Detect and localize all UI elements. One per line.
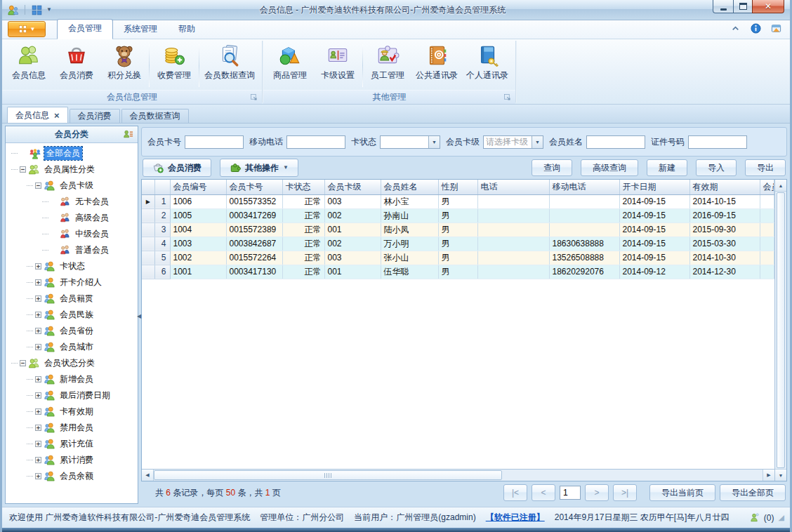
dialog-launcher-icon[interactable] (250, 93, 258, 102)
tree-item[interactable]: 高级会员 (6, 210, 138, 226)
ribbon-item[interactable]: 会员消费 (53, 41, 100, 90)
table-row[interactable]: 310040015572389正常001陆小凤男2014-09-152015-0… (142, 222, 774, 237)
toolbar-button[interactable]: 高级查询 (581, 159, 638, 176)
expander-plus-icon[interactable]: + (35, 328, 41, 334)
expander-plus-icon[interactable]: + (35, 473, 41, 479)
filter-input[interactable] (586, 135, 645, 149)
window-list-icon[interactable] (31, 4, 43, 16)
tree-item[interactable]: +开卡介绍人 (6, 274, 138, 291)
table-row[interactable]: 510020015572264正常003张小山男135265088882014-… (142, 251, 774, 265)
table-row[interactable]: 410030003842687正常002万小明男186306388882014-… (142, 237, 774, 251)
toolbar-button[interactable]: 新建 (647, 159, 687, 176)
tree-item[interactable]: +会员余额 (6, 468, 138, 484)
scroll-left-icon[interactable]: ◀ (142, 470, 154, 481)
minimize-button[interactable] (713, 0, 734, 13)
ribbon-item[interactable]: 商品管理 (266, 41, 314, 90)
first-page-button[interactable]: |< (503, 484, 527, 501)
expander-plus-icon[interactable]: + (35, 295, 41, 302)
vertical-scrollbar[interactable]: ▲ ▼ (774, 180, 786, 481)
scrollbar-thumb[interactable] (777, 192, 785, 468)
column-header[interactable]: 有效期 (689, 180, 760, 194)
column-header[interactable]: 性别 (438, 180, 477, 194)
last-page-button[interactable]: >| (613, 484, 637, 501)
toolbar-button[interactable]: 其他操作▼ (220, 159, 298, 177)
column-header[interactable]: 会员编号 (170, 180, 226, 194)
ribbon-item[interactable]: 公共通讯录 (411, 41, 462, 90)
expander-minus-icon[interactable]: − (35, 182, 41, 189)
tree-item[interactable]: +新增会员 (6, 371, 138, 387)
filter-input[interactable] (688, 135, 747, 149)
horizontal-scrollbar[interactable]: ◀ ▶ (142, 469, 774, 481)
tree-item[interactable]: 普通会员 (6, 242, 138, 258)
ribbon-item[interactable]: 会员数据查询 (200, 41, 259, 90)
tree-item[interactable]: +累计消费 (6, 452, 138, 468)
column-header[interactable]: 会员 (760, 180, 774, 194)
expander-plus-icon[interactable]: + (35, 408, 41, 415)
ribbon-item[interactable]: 员工管理 (364, 41, 411, 90)
ribbon-tab[interactable]: 会员管理 (57, 19, 113, 39)
tree-item[interactable]: +会员城市 (6, 339, 138, 355)
close-button[interactable]: ✕ (752, 0, 784, 13)
chevron-down-icon[interactable]: ▼ (532, 136, 543, 148)
toolbar-button[interactable]: 会员消费 (143, 159, 211, 177)
splitter-collapse-icon[interactable]: ◀ (137, 313, 141, 319)
tree-item[interactable]: +最后消费日期 (6, 387, 138, 404)
filter-select[interactable]: ▼ (380, 135, 440, 149)
filter-input[interactable] (185, 135, 244, 149)
tree-item[interactable]: +会员籍贯 (6, 291, 138, 307)
expander-minus-icon[interactable]: − (20, 166, 26, 173)
toolbar-button[interactable]: 导出 (745, 159, 786, 176)
tree-item[interactable]: −会员属性分类 (6, 161, 138, 178)
expander-plus-icon[interactable]: + (35, 392, 41, 399)
scroll-down-icon[interactable]: ▼ (775, 469, 786, 481)
resize-grip[interactable]: ◢ (779, 513, 783, 522)
info-icon[interactable] (751, 23, 761, 34)
application-menu-button[interactable]: ▼ (8, 21, 46, 37)
maximize-button[interactable] (733, 0, 753, 13)
column-header[interactable]: 卡状态 (282, 180, 324, 194)
column-header[interactable]: 会员卡号 (226, 180, 282, 194)
ribbon-tab[interactable]: 系统管理 (113, 20, 168, 39)
scroll-right-icon[interactable]: ▶ (763, 470, 774, 481)
column-header[interactable]: 开卡日期 (619, 180, 689, 194)
filter-input[interactable] (286, 135, 345, 149)
expander-plus-icon[interactable]: + (35, 263, 41, 270)
page-number-input[interactable] (560, 486, 581, 500)
document-tab[interactable]: 会员消费 (70, 109, 120, 123)
expander-plus-icon[interactable]: + (35, 312, 41, 318)
export-current-page-button[interactable]: 导出当前页 (649, 484, 715, 501)
previous-page-button[interactable]: < (532, 484, 555, 501)
ribbon-item[interactable]: 收费管理 (150, 41, 198, 90)
close-icon[interactable]: × (54, 111, 60, 120)
ribbon-item[interactable]: 卡级设置 (314, 41, 362, 90)
chevron-down-icon[interactable]: ▼ (428, 136, 440, 148)
expander-plus-icon[interactable]: + (35, 441, 41, 447)
online-user-icon[interactable] (749, 512, 760, 523)
chevron-down-icon[interactable]: ▼ (46, 7, 52, 13)
dialog-launcher-icon[interactable] (503, 93, 512, 102)
app-logo-icon[interactable] (7, 4, 19, 16)
export-all-pages-button[interactable]: 导出全部页 (720, 484, 786, 501)
column-header[interactable]: 移动电话 (549, 180, 619, 194)
expander-plus-icon[interactable]: + (35, 457, 41, 463)
tree-item[interactable]: +会员民族 (6, 307, 138, 323)
toolbar-button[interactable]: 查询 (532, 159, 572, 176)
license-link[interactable]: 【软件已注册】 (486, 512, 545, 524)
column-header[interactable]: 会员姓名 (381, 180, 438, 194)
tree-item[interactable]: +卡状态 (6, 258, 138, 274)
tree-item[interactable]: +会员省份 (6, 323, 138, 339)
next-page-button[interactable]: > (585, 484, 609, 501)
expander-plus-icon[interactable]: + (35, 376, 41, 383)
scroll-up-icon[interactable]: ▲ (775, 180, 786, 192)
expander-plus-icon[interactable]: + (35, 344, 41, 350)
ribbon-item[interactable]: 积分兑换 (100, 41, 148, 90)
tree-item[interactable]: −会员状态分类 (6, 355, 138, 371)
tree-item[interactable]: 中级会员 (6, 226, 138, 242)
tree-item[interactable]: +卡有效期 (6, 404, 138, 420)
tree-item[interactable]: +禁用会员 (6, 420, 138, 436)
ribbon-item[interactable]: 个人通讯录 (462, 41, 513, 90)
tree-item[interactable]: −会员卡级 (6, 178, 138, 194)
document-tab[interactable]: 会员信息× (7, 107, 68, 123)
ribbon-item[interactable]: 会员信息 (5, 41, 53, 90)
tree-item[interactable]: 无卡会员 (6, 194, 138, 210)
